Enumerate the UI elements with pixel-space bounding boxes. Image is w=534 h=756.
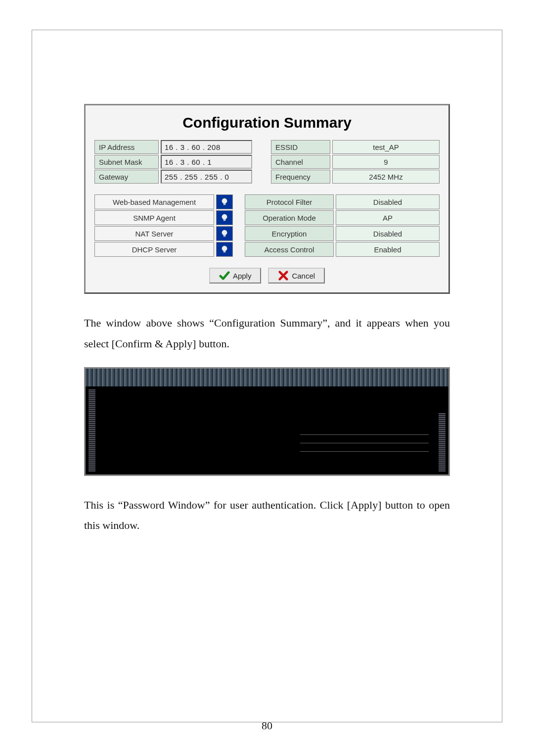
status-bulb-snmp bbox=[216, 210, 233, 225]
config-summary-window: Configuration Summary IP Address 16 . 3 … bbox=[84, 104, 450, 294]
paragraph-1: The window above shows “Configuration Su… bbox=[84, 313, 450, 354]
row-dhcp: DHCP Server Access Control Enabled bbox=[94, 242, 440, 257]
dark-titlebar bbox=[86, 369, 448, 386]
value-encryption: Disabled bbox=[336, 226, 440, 241]
row-gateway: Gateway 255 . 255 . 255 . 0 Frequency 24… bbox=[94, 170, 440, 184]
label-essid: ESSID bbox=[271, 140, 330, 154]
network-section: IP Address 16 . 3 . 60 . 208 ESSID test_… bbox=[86, 140, 448, 184]
label-protocol-filter: Protocol Filter bbox=[245, 194, 334, 209]
svg-point-0 bbox=[222, 198, 227, 204]
bulb-icon bbox=[220, 229, 229, 238]
row-snmp: SNMP Agent Operation Mode AP bbox=[94, 210, 440, 225]
status-bulb-dhcp bbox=[216, 242, 233, 257]
label-web-management: Web-based Management bbox=[94, 194, 214, 209]
cancel-label: Cancel bbox=[292, 272, 315, 280]
label-frequency: Frequency bbox=[271, 170, 330, 184]
features-section: Web-based Management Protocol Filter Dis… bbox=[86, 194, 448, 257]
svg-rect-7 bbox=[223, 251, 226, 253]
label-snmp-agent: SNMP Agent bbox=[94, 210, 214, 225]
status-bulb-web bbox=[216, 194, 233, 209]
paragraph-2: This is “Password Window” for user authe… bbox=[84, 495, 450, 536]
label-ip-address: IP Address bbox=[94, 140, 159, 154]
dark-stripes-left bbox=[89, 389, 95, 472]
apply-button[interactable]: Apply bbox=[209, 268, 262, 284]
x-icon bbox=[278, 270, 289, 281]
label-encryption: Encryption bbox=[245, 226, 334, 241]
row-nat: NAT Server Encryption Disabled bbox=[94, 226, 440, 241]
value-frequency: 2452 MHz bbox=[332, 170, 440, 184]
page-content: Configuration Summary IP Address 16 . 3 … bbox=[84, 104, 450, 536]
label-channel: Channel bbox=[271, 155, 330, 169]
label-access-control: Access Control bbox=[245, 242, 334, 257]
bulb-icon bbox=[220, 197, 229, 206]
label-dhcp-server: DHCP Server bbox=[94, 242, 214, 257]
label-subnet-mask: Subnet Mask bbox=[94, 155, 159, 169]
svg-rect-1 bbox=[223, 203, 226, 205]
page-number: 80 bbox=[0, 719, 534, 732]
label-nat-server: NAT Server bbox=[94, 226, 214, 241]
label-gateway: Gateway bbox=[94, 170, 159, 184]
value-subnet-mask[interactable]: 16 . 3 . 60 . 1 bbox=[161, 155, 252, 169]
dark-lines bbox=[300, 426, 429, 460]
dark-stripes-right bbox=[439, 413, 445, 472]
svg-rect-3 bbox=[223, 219, 226, 221]
svg-rect-5 bbox=[223, 235, 226, 237]
password-window-screenshot bbox=[84, 367, 450, 476]
check-icon bbox=[219, 270, 230, 281]
apply-label: Apply bbox=[233, 272, 252, 280]
row-web-management: Web-based Management Protocol Filter Dis… bbox=[94, 194, 440, 209]
value-ip-address[interactable]: 16 . 3 . 60 . 208 bbox=[161, 140, 252, 154]
svg-point-2 bbox=[222, 214, 227, 220]
value-essid: test_AP bbox=[332, 140, 440, 154]
value-protocol-filter: Disabled bbox=[336, 194, 440, 209]
svg-point-4 bbox=[222, 230, 227, 236]
row-ip: IP Address 16 . 3 . 60 . 208 ESSID test_… bbox=[94, 140, 440, 154]
bulb-icon bbox=[220, 245, 229, 254]
button-row: Apply Cancel bbox=[86, 257, 448, 292]
cancel-button[interactable]: Cancel bbox=[268, 268, 325, 284]
value-access-control: Enabled bbox=[336, 242, 440, 257]
svg-point-6 bbox=[222, 246, 227, 251]
value-gateway[interactable]: 255 . 255 . 255 . 0 bbox=[161, 170, 252, 184]
bulb-icon bbox=[220, 213, 229, 222]
value-operation-mode: AP bbox=[336, 210, 440, 225]
label-operation-mode: Operation Mode bbox=[245, 210, 334, 225]
row-subnet: Subnet Mask 16 . 3 . 60 . 1 Channel 9 bbox=[94, 155, 440, 169]
window-title: Configuration Summary bbox=[86, 105, 448, 140]
value-channel: 9 bbox=[332, 155, 440, 169]
status-bulb-nat bbox=[216, 226, 233, 241]
